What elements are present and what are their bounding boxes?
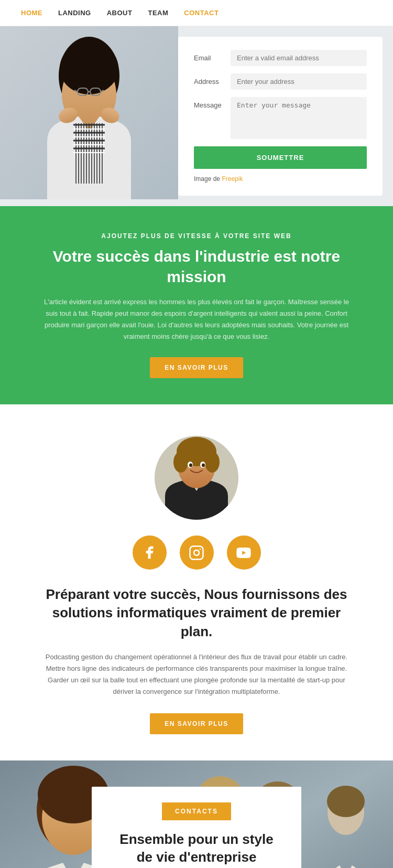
contacts-section: COnTACTS Ensemble pour un style de vie d… xyxy=(0,760,393,868)
navigation: HOME LANDING ABOUT TEAM CONTACT xyxy=(0,0,393,26)
address-label: Address xyxy=(194,73,231,85)
nav-about[interactable]: ABOUT xyxy=(107,9,133,17)
image-credit: Image de Freepik xyxy=(194,175,367,183)
contacts-card: COnTACTS Ensemble pour un style de vie d… xyxy=(92,787,301,868)
svg-point-18 xyxy=(173,452,188,473)
contacts-badge[interactable]: COnTACTS xyxy=(162,802,231,820)
svg-point-5 xyxy=(60,42,118,94)
youtube-icon[interactable] xyxy=(227,535,261,570)
svg-rect-24 xyxy=(190,546,203,559)
address-input[interactable] xyxy=(231,73,367,90)
email-label: Email xyxy=(194,50,231,62)
person-illustration xyxy=(0,26,178,199)
profile-avatar xyxy=(155,436,238,520)
nav-landing[interactable]: LANDING xyxy=(58,9,91,17)
profile-cta-button[interactable]: EN SAVOIR PLUS xyxy=(150,713,243,734)
svg-point-23 xyxy=(202,464,205,467)
contact-form: Email Address Message SOUMETTRE Image de… xyxy=(178,37,383,196)
nav-team[interactable]: TEAM xyxy=(148,9,168,17)
message-input[interactable] xyxy=(231,97,367,139)
submit-button[interactable]: SOUMETTRE xyxy=(194,146,367,169)
banner-cta-button[interactable]: EN SAVOIR PLUS xyxy=(150,357,243,378)
email-input[interactable] xyxy=(231,50,367,66)
contacts-overlay: COnTACTS Ensemble pour un style de vie d… xyxy=(0,760,393,868)
svg-point-19 xyxy=(205,452,220,473)
message-label: Message xyxy=(194,97,231,109)
nav-contact[interactable]: CONTACT xyxy=(184,9,219,17)
instagram-icon[interactable] xyxy=(180,535,214,570)
avatar-illustration xyxy=(155,436,238,520)
hero-image xyxy=(0,26,178,206)
profile-section: Préparant votre succès, Nous fournissons… xyxy=(0,404,393,760)
svg-point-22 xyxy=(189,464,192,467)
profile-heading: Préparant votre succès, Nous fournissons… xyxy=(42,585,351,640)
facebook-icon[interactable] xyxy=(133,535,167,570)
social-icons-group xyxy=(42,535,351,570)
freepik-link[interactable]: Freepik xyxy=(222,175,243,183)
contacts-heading: Ensemble pour un style de vie d'entrepri… xyxy=(110,831,283,866)
green-banner-section: AJOUTEZ PLUS DE VITESSE À VOTRE SITE WEB… xyxy=(0,206,393,404)
banner-tagline: AJOUTEZ PLUS DE VITESSE À VOTRE SITE WEB xyxy=(42,232,351,240)
profile-body: Podcasting gestion du changement opérati… xyxy=(42,651,351,698)
banner-heading: Votre succès dans l'industrie est notre … xyxy=(42,246,351,287)
hero-contact-section: Email Address Message SOUMETTRE Image de… xyxy=(0,26,393,206)
nav-home[interactable]: HOME xyxy=(21,9,42,17)
banner-body: L'article évident est arrivé express les… xyxy=(42,296,351,342)
